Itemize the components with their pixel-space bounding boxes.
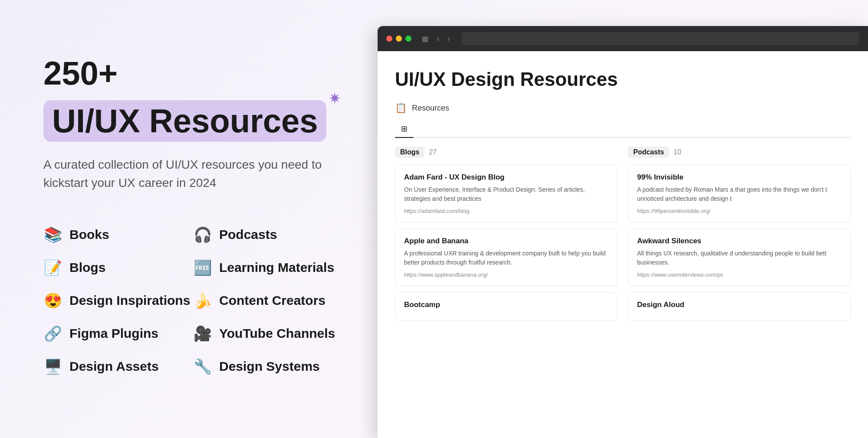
blogs-column-header: Blogs 27 <box>395 147 618 158</box>
card-description: A professional UXR training & developmen… <box>404 249 608 267</box>
columns-container: Blogs 27 Adam Fard - UX Design Blog On U… <box>395 147 851 327</box>
blogs-count: 27 <box>429 148 437 156</box>
category-label: Design Inspirations <box>69 293 190 308</box>
category-youtube-channels: 🎥 YouTube Channels <box>193 317 343 350</box>
notion-section-header: 📋 Resources <box>395 102 851 114</box>
browser-window: ▦ ‹ › UI/UX Design Resources 📋 Resources… <box>378 26 868 438</box>
minimize-button[interactable] <box>396 36 402 42</box>
sidebar-icon[interactable]: ▦ <box>422 35 428 43</box>
category-label: Books <box>69 227 109 242</box>
content-icon: 🍌 <box>193 292 212 309</box>
blog-card-3: Bootcamp <box>395 292 618 321</box>
card-title: Adam Fard - UX Design Blog <box>404 173 608 182</box>
view-tabs: ⊞ <box>395 121 851 138</box>
category-figma-plugins: 🔗 Figma Plugins <box>43 317 193 350</box>
card-url[interactable]: https://www.appleandbanana.org/ <box>404 271 608 278</box>
category-design-systems: 🔧 Design Systems <box>193 350 343 383</box>
category-label: Content Creators <box>219 293 326 308</box>
traffic-lights <box>386 36 411 42</box>
left-panel: 250+ UI/UX Resources ✷ A curated collect… <box>0 0 378 438</box>
blogs-icon: 📝 <box>43 259 62 276</box>
card-url[interactable]: https://99percentinvisible.org/ <box>637 208 842 214</box>
card-title: Design Aloud <box>637 301 842 309</box>
category-label: Figma Plugins <box>69 326 158 341</box>
back-button[interactable]: ‹ <box>435 33 441 44</box>
browser-controls: ▦ ‹ › <box>422 33 452 44</box>
blogs-column: Blogs 27 Adam Fard - UX Design Blog On U… <box>395 147 618 327</box>
category-label: Learning Materials <box>219 260 334 275</box>
page-title: UI/UX Design Resources <box>395 69 851 90</box>
forward-button[interactable]: › <box>446 33 452 44</box>
category-content-creators: 🍌 Content Creators <box>193 284 343 317</box>
card-title: Awkward Silences <box>637 237 842 245</box>
headline-prefix: 250+ <box>43 55 118 92</box>
podcasts-icon: 🎧 <box>193 226 212 243</box>
main-headline: 250+ UI/UX Resources ✷ <box>43 55 343 141</box>
close-button[interactable] <box>386 36 392 42</box>
card-description: On User Experience, Interface & Product … <box>404 185 608 203</box>
figma-icon: 🔗 <box>43 325 62 342</box>
systems-icon: 🔧 <box>193 358 212 375</box>
podcasts-column: Podcasts 10 99% Invisible A podcast host… <box>628 147 851 327</box>
category-label: YouTube Channels <box>219 326 335 341</box>
browser-titlebar: ▦ ‹ › <box>378 26 868 51</box>
category-label: Blogs <box>69 260 105 275</box>
headline-highlight: UI/UX Resources ✷ <box>43 100 326 142</box>
books-icon: 📚 <box>43 226 62 243</box>
podcasts-count: 10 <box>674 148 681 156</box>
category-design-assets: 🖥️ Design Assets <box>43 350 193 383</box>
podcast-card-2: Awkward Silences All things UX research,… <box>628 229 851 286</box>
browser-content: UI/UX Design Resources 📋 Resources ⊞ Blo… <box>378 51 868 438</box>
card-url[interactable]: https://adamfard.com/blog <box>404 208 608 214</box>
page-content: UI/UX Design Resources 📋 Resources ⊞ Blo… <box>378 51 868 336</box>
category-label: Design Assets <box>69 359 159 374</box>
category-books: 📚 Books <box>43 218 193 251</box>
card-description: All things UX research, qualitative d un… <box>637 249 842 267</box>
assets-icon: 🖥️ <box>43 358 62 375</box>
youtube-icon: 🎥 <box>193 325 212 342</box>
podcast-card-1: 99% Invisible A podcast hosted by Roman … <box>628 165 851 222</box>
learning-icon: 🆓 <box>193 259 212 276</box>
category-podcasts: 🎧 Podcasts <box>193 218 343 251</box>
address-bar[interactable] <box>461 32 859 45</box>
subtitle: A curated collection of UI/UX resources … <box>43 156 343 192</box>
card-description: A podcast hosted by Roman Mars a that go… <box>637 185 842 203</box>
blogs-label: Blogs <box>395 147 424 158</box>
categories-grid: 📚 Books 🎧 Podcasts 📝 Blogs 🆓 Learning Ma… <box>43 218 343 383</box>
blog-card-1: Adam Fard - UX Design Blog On User Exper… <box>395 165 618 222</box>
maximize-button[interactable] <box>405 36 411 42</box>
podcast-card-3: Design Aloud <box>628 292 851 321</box>
podcasts-label: Podcasts <box>628 147 669 158</box>
category-learning-materials: 🆓 Learning Materials <box>193 251 343 284</box>
card-title: Bootcamp <box>404 301 608 309</box>
category-design-inspirations: 😍 Design Inspirations <box>43 284 193 317</box>
blog-card-2: Apple and Banana A professional UXR trai… <box>395 229 618 286</box>
podcasts-column-header: Podcasts 10 <box>628 147 851 158</box>
category-blogs: 📝 Blogs <box>43 251 193 284</box>
inspirations-icon: 😍 <box>43 292 62 309</box>
category-label: Design Systems <box>219 359 320 374</box>
notion-section-label: Resources <box>412 104 449 113</box>
sparkle-icon: ✷ <box>329 92 339 106</box>
right-panel: ▦ ‹ › UI/UX Design Resources 📋 Resources… <box>378 0 868 438</box>
category-label: Podcasts <box>219 227 277 242</box>
gallery-view-tab[interactable]: ⊞ <box>395 121 414 138</box>
card-title: 99% Invisible <box>637 173 842 182</box>
notion-icon: 📋 <box>395 102 407 114</box>
card-url[interactable]: https://www.userinterviews.com/pc <box>637 271 842 278</box>
card-title: Apple and Banana <box>404 237 608 245</box>
